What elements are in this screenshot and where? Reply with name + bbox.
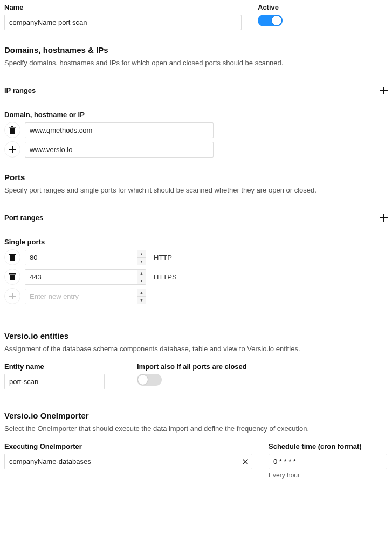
entities-title: Versio.io entities xyxy=(4,331,388,340)
import-closed-label: Import also if all ports are closed xyxy=(137,362,247,371)
number-stepper[interactable]: ▲▼ xyxy=(137,250,146,265)
entity-name-input[interactable] xyxy=(4,374,105,389)
active-label: Active xyxy=(258,3,283,11)
ip-ranges-expand-icon[interactable] xyxy=(380,87,388,94)
entity-name-label: Entity name xyxy=(4,362,105,371)
add-host-button[interactable] xyxy=(4,141,20,158)
domains-section-title: Domains, hostnames & IPs xyxy=(4,45,388,54)
step-up-icon[interactable]: ▲ xyxy=(137,270,146,277)
oneimporter-desc: Select the OneImporter that should execu… xyxy=(4,425,388,433)
cron-label: Schedule time (cron format) xyxy=(269,442,387,450)
ip-ranges-label: IP ranges xyxy=(4,86,36,94)
entities-desc: Assignment of the database schema compon… xyxy=(4,345,388,353)
cron-input[interactable] xyxy=(269,454,387,469)
clear-exec-icon[interactable] xyxy=(243,459,248,464)
domains-section-desc: Specify domains, hostnames and IPs for w… xyxy=(4,59,388,67)
port-protocol-label: HTTPS xyxy=(154,273,177,281)
delete-host-button[interactable] xyxy=(4,122,20,138)
step-down-icon[interactable]: ▼ xyxy=(137,277,146,284)
number-stepper[interactable]: ▲▼ xyxy=(137,289,146,304)
port-ranges-label: Port ranges xyxy=(4,214,43,222)
exec-oneimporter-input[interactable] xyxy=(4,454,252,469)
host-input[interactable] xyxy=(25,142,214,158)
step-down-icon[interactable]: ▼ xyxy=(137,258,146,265)
ports-section-title: Ports xyxy=(4,173,388,182)
oneimporter-title: Versio.io OneImporter xyxy=(4,411,388,420)
add-port-button[interactable] xyxy=(4,288,20,304)
delete-port-button[interactable] xyxy=(4,249,20,265)
delete-port-button[interactable] xyxy=(4,269,20,285)
step-up-icon[interactable]: ▲ xyxy=(137,289,146,297)
port-protocol-label: HTTP xyxy=(154,254,172,262)
active-toggle[interactable] xyxy=(258,15,283,26)
number-stepper[interactable]: ▲▼ xyxy=(137,270,146,284)
port-input-new[interactable] xyxy=(25,289,146,304)
step-up-icon[interactable]: ▲ xyxy=(137,250,146,258)
port-input[interactable] xyxy=(25,250,146,265)
exec-label: Executing OneImporter xyxy=(4,442,252,450)
import-closed-toggle[interactable] xyxy=(137,374,162,386)
single-ports-label: Single ports xyxy=(4,238,388,246)
cron-human: Every hour xyxy=(269,471,387,479)
host-list-label: Domain, hostname or IP xyxy=(4,111,388,119)
name-label: Name xyxy=(4,3,252,11)
name-input[interactable] xyxy=(4,15,242,30)
step-down-icon[interactable]: ▼ xyxy=(137,297,146,304)
ports-section-desc: Specify port ranges and single ports for… xyxy=(4,186,388,194)
port-ranges-expand-icon[interactable] xyxy=(380,214,388,222)
port-input[interactable] xyxy=(25,269,146,285)
host-input[interactable] xyxy=(25,122,214,138)
